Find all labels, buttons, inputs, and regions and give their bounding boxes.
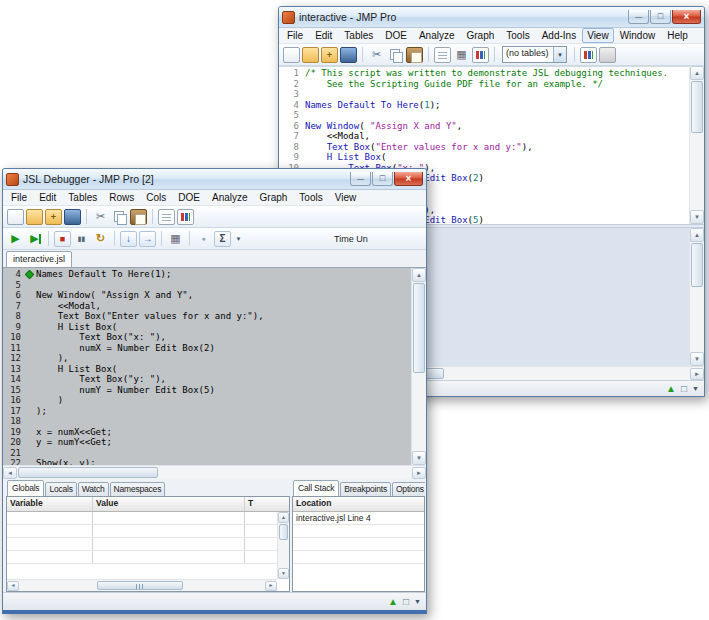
tables-combobox[interactable]: (no tables) bbox=[502, 46, 567, 63]
menu-analyze[interactable]: Analyze bbox=[206, 190, 254, 205]
editor-titlebar[interactable]: interactive - JMP Pro bbox=[279, 7, 704, 28]
open-icon[interactable] bbox=[302, 47, 319, 63]
menu-analyze[interactable]: Analyze bbox=[413, 28, 461, 43]
run-icon[interactable]: ▶ bbox=[7, 231, 24, 247]
paste-icon[interactable] bbox=[406, 47, 423, 63]
menu-doe[interactable]: DOE bbox=[172, 190, 206, 205]
scroll-left-arrow[interactable] bbox=[3, 467, 17, 479]
step-over-icon[interactable]: → bbox=[139, 231, 156, 247]
pause-icon[interactable]: ▮▮ bbox=[73, 231, 90, 247]
table-row[interactable] bbox=[7, 538, 277, 551]
dropdown-icon[interactable]: ▼ bbox=[233, 231, 244, 247]
column-header-variable[interactable]: Variable bbox=[7, 497, 93, 511]
scroll-right-arrow[interactable] bbox=[265, 581, 277, 591]
menu-cols[interactable]: Cols bbox=[140, 190, 172, 205]
cut-icon[interactable]: ✂ bbox=[368, 47, 385, 63]
status-window-icon[interactable] bbox=[681, 384, 687, 394]
layout-icon[interactable]: ▦ bbox=[453, 47, 470, 63]
scroll-down-arrow[interactable] bbox=[412, 451, 426, 465]
add-icon[interactable]: + bbox=[45, 209, 62, 225]
tab-breakpoints[interactable]: Breakpoints bbox=[340, 482, 391, 496]
menu-view[interactable]: View bbox=[582, 28, 614, 43]
menu-tools[interactable]: Tools bbox=[293, 190, 328, 205]
maximize-button[interactable] bbox=[372, 172, 393, 186]
menu-tables[interactable]: Tables bbox=[62, 190, 103, 205]
tab-interactive-jsl[interactable]: interactive.jsl bbox=[6, 251, 72, 268]
menu-graph[interactable]: Graph bbox=[254, 190, 294, 205]
scrollbar-thumb[interactable] bbox=[97, 581, 183, 590]
scrollbar-thumb[interactable] bbox=[18, 467, 158, 478]
copy-icon[interactable] bbox=[111, 209, 128, 225]
status-up-arrow-icon[interactable] bbox=[388, 597, 398, 607]
journal-icon[interactable] bbox=[158, 209, 175, 225]
tab-globals[interactable]: Globals bbox=[7, 480, 44, 496]
menu-rows[interactable]: Rows bbox=[103, 190, 140, 205]
tools-icon[interactable] bbox=[599, 47, 616, 63]
table-row[interactable] bbox=[7, 512, 277, 525]
graph-icon[interactable] bbox=[580, 47, 597, 63]
stop-icon[interactable]: ■ bbox=[54, 231, 71, 247]
table-row[interactable] bbox=[293, 525, 424, 538]
tab-call-stack[interactable]: Call Stack bbox=[293, 480, 339, 496]
save-icon[interactable] bbox=[340, 47, 357, 63]
minimize-button[interactable] bbox=[628, 10, 649, 24]
scrollbar-thumb[interactable] bbox=[691, 243, 703, 287]
scroll-down-arrow[interactable] bbox=[690, 210, 704, 224]
table-row[interactable] bbox=[7, 551, 277, 564]
status-dropdown-icon[interactable] bbox=[414, 597, 421, 606]
tab-watch[interactable]: Watch bbox=[78, 482, 109, 496]
scroll-down-arrow[interactable] bbox=[690, 352, 704, 366]
run-to-icon[interactable]: ▶ bbox=[26, 231, 43, 247]
reset-icon[interactable]: ↻ bbox=[92, 231, 109, 247]
table-row[interactable] bbox=[7, 525, 277, 538]
status-window-icon[interactable] bbox=[403, 597, 409, 607]
sigma-icon[interactable]: Σ bbox=[214, 231, 231, 247]
add-icon[interactable]: + bbox=[321, 47, 338, 63]
chart-icon[interactable] bbox=[177, 209, 194, 225]
menu-graph[interactable]: Graph bbox=[461, 28, 501, 43]
editor-vertical-scrollbar[interactable] bbox=[689, 66, 704, 224]
scroll-up-arrow[interactable] bbox=[690, 228, 704, 242]
save-icon[interactable] bbox=[64, 209, 81, 225]
step-into-icon[interactable]: ↓ bbox=[120, 231, 137, 247]
minimize-button[interactable] bbox=[350, 172, 371, 186]
menu-help[interactable]: Help bbox=[661, 28, 694, 43]
copy-icon[interactable] bbox=[387, 47, 404, 63]
scrollbar-thumb[interactable] bbox=[413, 283, 425, 373]
column-header-t[interactable]: T bbox=[245, 497, 289, 511]
menu-window[interactable]: Window bbox=[614, 28, 662, 43]
grid-icon[interactable]: ▦ bbox=[167, 231, 184, 247]
log-vertical-scrollbar[interactable] bbox=[689, 228, 704, 366]
menu-file[interactable]: File bbox=[5, 190, 33, 205]
menu-add-ins[interactable]: Add-Ins bbox=[536, 28, 582, 43]
scroll-right-arrow[interactable] bbox=[690, 368, 704, 380]
close-button[interactable] bbox=[394, 172, 423, 186]
chart-icon[interactable] bbox=[472, 47, 489, 63]
combobox-dropdown-arrow-icon[interactable] bbox=[553, 47, 566, 62]
new-icon[interactable] bbox=[7, 209, 24, 225]
tab-options[interactable]: Options bbox=[392, 482, 425, 496]
debugger-code-view[interactable]: 4Names Default To Here(1);56New Window( … bbox=[3, 268, 411, 465]
column-header-value[interactable]: Value bbox=[93, 497, 245, 511]
scroll-up-arrow[interactable] bbox=[278, 512, 289, 523]
menu-file[interactable]: File bbox=[281, 28, 309, 43]
scrollbar-thumb[interactable] bbox=[279, 524, 288, 540]
circle-icon[interactable]: ● bbox=[195, 231, 212, 247]
scroll-down-arrow[interactable] bbox=[278, 568, 289, 579]
menu-view[interactable]: View bbox=[329, 190, 363, 205]
grid-horizontal-scrollbar[interactable] bbox=[7, 579, 277, 591]
menu-tools[interactable]: Tools bbox=[500, 28, 535, 43]
menu-doe[interactable]: DOE bbox=[379, 28, 413, 43]
scroll-right-arrow[interactable] bbox=[412, 467, 426, 479]
tab-locals[interactable]: Locals bbox=[45, 482, 76, 496]
close-button[interactable] bbox=[672, 10, 701, 24]
grid-vertical-scrollbar[interactable] bbox=[277, 512, 289, 579]
paste-icon[interactable] bbox=[130, 209, 147, 225]
debugger-vertical-scrollbar[interactable] bbox=[411, 268, 426, 465]
new-icon[interactable] bbox=[283, 47, 300, 63]
table-row[interactable]: interactive.jsl Line 4 bbox=[293, 512, 424, 525]
column-header-location[interactable]: Location bbox=[293, 497, 424, 511]
variables-grid[interactable]: VariableValueT bbox=[6, 496, 290, 592]
debugger-horizontal-scrollbar[interactable] bbox=[3, 465, 426, 479]
scroll-up-arrow[interactable] bbox=[690, 66, 704, 80]
